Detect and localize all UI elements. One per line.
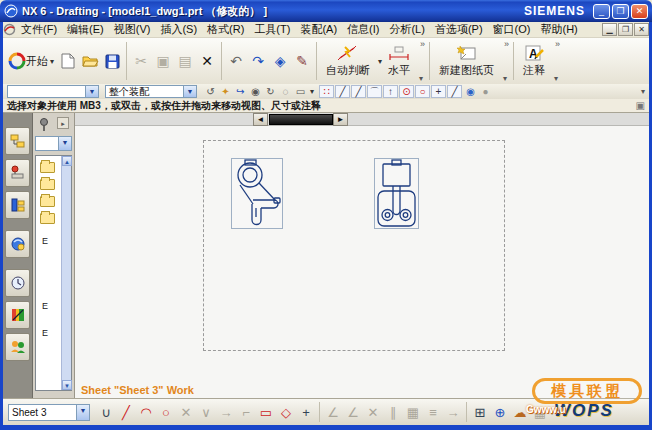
drawing-view-lever[interactable] [231,158,283,229]
snap-point-on-curve-toggle[interactable]: ⌒ [367,85,382,98]
selection-scope-combo[interactable]: 整个装配 ▼ [105,85,197,98]
menu-assemblies[interactable]: 装配(A) [295,21,342,38]
tab-roles[interactable] [5,333,30,361]
combo-dropdown-icon[interactable]: ▼ [58,137,71,150]
menu-analysis[interactable]: 分析(L) [384,21,429,38]
polygon-tool-button[interactable]: ◇ [276,402,296,422]
constraint-angle-button[interactable]: ∠ [323,402,343,422]
paste-button[interactable]: ▤ [174,50,196,72]
menu-information[interactable]: 信息(I) [342,21,384,38]
command-finder-button[interactable]: ◈ [269,50,291,72]
grid-tool-button[interactable]: ▦ [530,402,550,422]
mdi-minimize-button[interactable]: ▁ [602,23,617,36]
horizontal-scrollbar[interactable]: ◄ ► [75,113,649,126]
arc-tool-button[interactable]: ◠ [136,402,156,422]
group-more-caret[interactable]: ▾ [554,75,558,82]
menu-insert[interactable]: 插入(S) [155,21,202,38]
menu-preferences[interactable]: 首选项(P) [430,21,488,38]
menu-view[interactable]: 视图(V) [109,21,156,38]
gesture-pen-button[interactable]: ✎ [291,50,313,72]
selbar-more-caret[interactable]: ▾ [641,87,645,96]
offset-curve-button[interactable]: ≡ [423,402,443,422]
title-bar[interactable]: NX 6 - Drafting - [model1_dwg1.prt （修改的）… [0,0,652,22]
quick-extend-button[interactable]: ∨ [196,402,216,422]
delete-button[interactable]: ✕ [196,50,218,72]
marquee-caret-icon[interactable]: ▾ [310,87,314,96]
panel-options-button[interactable]: ▸ [57,117,69,129]
snap-midpoint-toggle[interactable]: ╱ [351,85,366,98]
group-overflow-chevron[interactable]: » [420,40,425,48]
navigator-filter-combo[interactable]: ▼ [35,136,72,151]
dome-tool-button[interactable]: ☁ [510,402,530,422]
menu-tools[interactable]: 工具(T) [249,21,295,38]
close-button[interactable]: ✕ [631,4,648,19]
cut-button[interactable]: ✂ [130,50,152,72]
group-more-caret[interactable]: ▾ [503,75,507,82]
group-overflow-chevron[interactable]: » [555,40,560,48]
reveal-icon[interactable]: ◉ [248,85,263,98]
tab-part-navigator[interactable] [5,191,30,219]
tree-item-label[interactable]: E [42,236,48,246]
combo-dropdown-icon[interactable]: ▼ [183,86,196,97]
drawing-view-plug[interactable] [374,158,419,229]
wcs-icon[interactable]: ◉ [463,85,478,98]
point-dialog-button[interactable]: ⊞ [470,402,490,422]
menu-file[interactable]: 文件(F) [16,21,62,38]
scroll-right-icon[interactable]: ► [333,113,348,126]
selection-filter-combo[interactable]: ▼ [7,85,99,98]
ghost-icon[interactable]: ◌ [278,85,293,98]
menu-edit[interactable]: 编辑(E) [62,21,109,38]
quick-trim-button[interactable]: ✕ [176,402,196,422]
new-file-button[interactable] [57,50,79,72]
redo-button[interactable]: ↷ [247,50,269,72]
marquee-style-icon[interactable]: ▭ [293,85,308,98]
tab-constraint-navigator[interactable] [5,159,30,187]
tree-item-label[interactable]: E [42,301,48,311]
snap-endpoint-toggle[interactable]: ╱ [335,85,350,98]
dialog-rail-icon[interactable]: ▣ [636,100,645,111]
mdi-close-button[interactable]: ✕ [634,23,649,36]
scroll-down-icon[interactable]: ▼ [62,380,72,390]
scrollbar-thumb[interactable] [269,114,333,125]
highlight-icon[interactable]: ✦ [218,85,233,98]
fillet-tool-button[interactable]: ⌐ [236,402,256,422]
minimize-button[interactable]: _ [593,4,610,19]
navigator-tree[interactable]: E E E ▲ ▼ [35,155,72,391]
group-overflow-chevron[interactable]: » [504,40,509,48]
circle-tool-button[interactable]: ○ [156,402,176,422]
tab-visualization[interactable] [5,301,30,329]
note-button[interactable]: A 注释 [517,40,551,82]
navigator-scrollbar[interactable]: ▲ ▼ [61,156,71,390]
snap-point-toggle[interactable]: ∷ [319,85,334,98]
inferred-dimension-button[interactable]: 自动判断 [320,40,376,82]
solid-body-icon[interactable]: ● [478,85,493,98]
horizontal-dimension-button[interactable]: 水平 [382,40,416,82]
maximize-button[interactable]: ❐ [612,4,629,19]
scroll-left-icon[interactable]: ◄ [253,113,268,126]
open-file-button[interactable] [79,50,101,72]
snap-existing-point-toggle[interactable]: + [431,85,446,98]
snap-arc-center-toggle[interactable]: ⊙ [399,85,414,98]
menu-help[interactable]: 帮助(H) [535,21,582,38]
point-tool-button[interactable]: + [296,402,316,422]
scroll-up-icon[interactable]: ▲ [62,156,72,166]
orbit-icon[interactable]: ↻ [263,85,278,98]
project-curve-button[interactable]: → [443,402,463,422]
parallel-constraint-button[interactable]: ∥ [383,402,403,422]
refresh-selection-icon[interactable]: ↺ [203,85,218,98]
snap-intersection-toggle[interactable]: ↑ [383,85,398,98]
graphics-area[interactable]: ◄ ► [75,113,649,398]
previous-selection-icon[interactable]: ↪ [233,85,248,98]
snap-quadrant-toggle[interactable]: ○ [415,85,430,98]
profile-tool-button[interactable]: ∪ [96,402,116,422]
mdi-restore-button[interactable]: ❐ [618,23,633,36]
pattern-curve-button[interactable]: ▦ [403,402,423,422]
undo-button[interactable]: ↶ [225,50,247,72]
pushpin-icon[interactable] [38,118,50,132]
tab-reuse-library[interactable] [5,230,30,258]
constraint-angle2-button[interactable]: ∠ [343,402,363,422]
menu-format[interactable]: 格式(R) [202,21,249,38]
save-button[interactable] [101,50,123,72]
copy-button[interactable]: ▣ [152,50,174,72]
tab-history[interactable] [5,269,30,297]
